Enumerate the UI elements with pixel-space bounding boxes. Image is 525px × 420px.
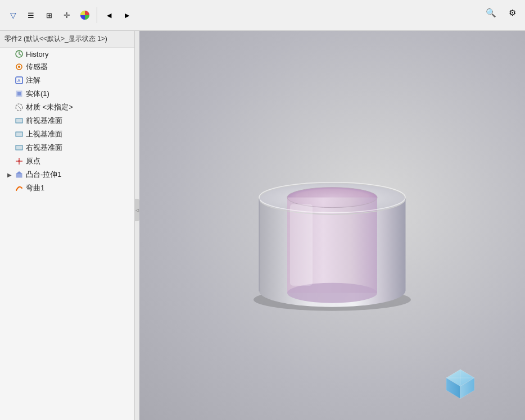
icon-material [15, 103, 24, 112]
icon-right-plane [15, 143, 24, 152]
tree-item-origin[interactable]: 原点 [0, 154, 134, 168]
color-button[interactable] [76, 7, 93, 24]
svg-rect-12 [16, 145, 22, 150]
icon-top-plane [15, 130, 24, 139]
tree-item-material[interactable]: 材质 <未指定> [0, 101, 134, 114]
prev-button[interactable]: ◀ [101, 7, 117, 24]
expand-arrow-boss-extrude[interactable]: ▶ [7, 172, 12, 178]
svg-point-3 [18, 66, 20, 68]
tree-container: History传感器A注解实体(1)材质 <未指定>前视基准面上视基准面右视基准… [0, 48, 134, 195]
label-boss-extrude: 凸台-拉伸1 [26, 170, 62, 180]
icon-front-plane [15, 116, 24, 125]
icon-origin [15, 157, 24, 166]
sidebar-collapse-handle[interactable] [135, 199, 139, 221]
sidebar: 零件2 (默认<<默认>_显示状态 1>) History传感器A注解实体(1)… [0, 31, 135, 420]
toolbar-group-main: ▽ ☰ ⊞ ✛ ◀ ▶ [4, 7, 135, 24]
icon-annotation: A [15, 76, 24, 85]
part-title: 零件2 (默认<<默认>_显示状态 1>) [4, 35, 107, 43]
svg-text:A: A [17, 78, 21, 83]
svg-line-9 [17, 106, 21, 109]
svg-marker-17 [16, 171, 22, 174]
tree-view-button[interactable]: ⊞ [40, 7, 57, 24]
tree-item-history[interactable]: History [0, 48, 134, 60]
tree-item-boss-extrude[interactable]: ▶凸台-拉伸1 [0, 168, 134, 181]
label-top-plane: 上视基准面 [26, 129, 62, 139]
svg-rect-7 [17, 92, 21, 95]
tree-item-solid[interactable]: 实体(1) [0, 87, 134, 101]
svg-rect-11 [16, 132, 22, 136]
settings-icon-button[interactable]: ⚙ [504, 4, 521, 21]
top-toolbar: ▽ ☰ ⊞ ✛ ◀ ▶ [0, 0, 525, 31]
toolbar-divider [97, 7, 97, 23]
label-solid: 实体(1) [26, 89, 49, 99]
search-icon-button[interactable]: 🔍 [482, 4, 499, 21]
icon-history [15, 49, 24, 58]
tree-item-annotation[interactable]: A注解 [0, 74, 134, 87]
pin-button[interactable]: ✛ [58, 7, 75, 24]
list-view-button[interactable]: ☰ [22, 7, 39, 24]
label-sensor: 传感器 [26, 62, 48, 72]
icon-solid [15, 89, 24, 98]
label-curve: 弯曲1 [26, 183, 44, 193]
sw-logo [441, 364, 480, 403]
3d-model [225, 125, 439, 318]
sidebar-header: 零件2 (默认<<默认>_显示状态 1>) [0, 31, 134, 48]
icon-boss-extrude [15, 170, 24, 179]
svg-rect-30 [290, 204, 313, 285]
tree-item-front-plane[interactable]: 前视基准面 [0, 114, 134, 127]
svg-point-15 [18, 160, 20, 162]
svg-rect-10 [16, 118, 22, 123]
label-right-plane: 右视基准面 [26, 143, 62, 153]
svg-point-24 [287, 282, 377, 303]
tree-item-right-plane[interactable]: 右视基准面 [0, 141, 134, 154]
icon-sensor [15, 62, 24, 71]
viewport[interactable] [139, 31, 525, 420]
tree-item-curve[interactable]: 弯曲1 [0, 181, 134, 195]
label-front-plane: 前视基准面 [26, 116, 62, 126]
label-history: History [26, 50, 48, 58]
top-right-icons: 🔍 ⚙ [482, 4, 521, 21]
tree-item-sensor[interactable]: 传感器 [0, 60, 134, 74]
next-button[interactable]: ▶ [119, 7, 135, 24]
label-origin: 原点 [26, 156, 40, 166]
label-material: 材质 <未指定> [26, 102, 73, 112]
tree-item-top-plane[interactable]: 上视基准面 [0, 127, 134, 141]
svg-rect-16 [16, 174, 22, 177]
icon-curve [15, 184, 24, 193]
label-annotation: 注解 [26, 75, 40, 85]
filter-button[interactable]: ▽ [4, 7, 21, 24]
